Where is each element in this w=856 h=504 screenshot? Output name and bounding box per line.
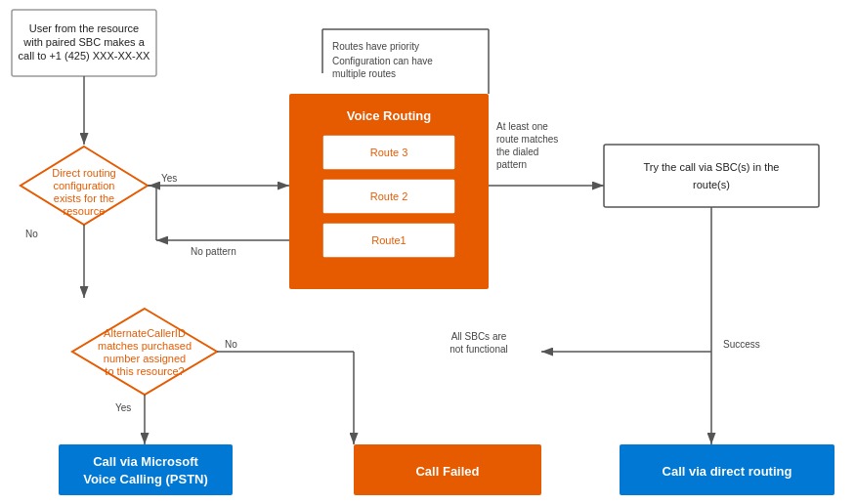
note-config1: Configuration can have (332, 56, 433, 66)
route3-label: Route 3 (370, 147, 408, 158)
start-text-2: with paired SBC makes a (22, 36, 145, 48)
label-yes2: Yes (115, 402, 131, 413)
label-no-pattern: No pattern (191, 246, 236, 257)
d1-text3: exists for the (54, 192, 114, 204)
label-yes1: Yes (161, 173, 177, 184)
note-all-sbc2: not functional (449, 344, 508, 355)
d1-text2: configuration (54, 180, 115, 191)
call-pstn-box (59, 444, 233, 495)
label-no1: No (25, 229, 38, 239)
start-text-3: call to +1 (425) XXX-XX-XX (19, 50, 150, 62)
note-match2: route matches (496, 134, 558, 145)
d2-text3: number assigned (104, 353, 186, 364)
note-config2: multiple routes (332, 68, 396, 79)
voice-routing-label: Voice Routing (347, 108, 431, 123)
label-no2: No (225, 339, 237, 350)
call-pstn-text1: Call via Microsoft (93, 454, 198, 469)
route1-label: Route1 (371, 234, 406, 246)
label-success: Success (723, 339, 760, 350)
route2-label: Route 2 (370, 190, 408, 202)
d2-text4: to this resource? (105, 365, 184, 377)
call-failed-label: Call Failed (415, 464, 479, 479)
start-text-1: User from the resource (29, 22, 139, 34)
d2-text2: matches purchased (98, 340, 192, 352)
call-pstn-text2: Voice Calling (PSTN) (83, 472, 208, 486)
d1-text4: resource (64, 205, 106, 217)
note-match3: the dialed (496, 147, 538, 157)
note-match4: pattern (496, 159, 527, 170)
note-priority: Routes have priority (332, 41, 419, 52)
call-direct-label: Call via direct routing (663, 464, 792, 479)
d2-text1: AlternateCallerID (104, 327, 186, 339)
d1-text1: Direct routing (52, 167, 115, 179)
try-call-box (604, 145, 819, 207)
try-call-text1: Try the call via SBC(s) in the (644, 161, 780, 173)
note-all-sbc1: All SBCs are (451, 331, 507, 342)
try-call-text2: route(s) (693, 179, 730, 190)
note-match1: At least one (496, 121, 548, 132)
